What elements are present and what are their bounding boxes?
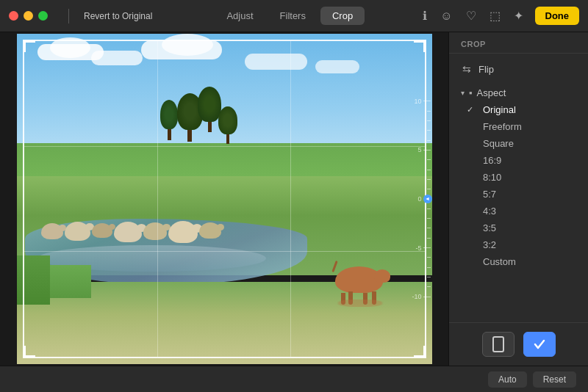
ruler-tick-minor6 — [427, 164, 431, 174]
ruler-tick-neg5: -5 — [415, 243, 430, 253]
aspect-16-9[interactable]: 16:9 — [455, 152, 588, 169]
aspect-3-5[interactable]: 3:5 — [455, 219, 588, 236]
ruler-tick-minor2 — [427, 116, 431, 126]
footer: Auto Reset — [0, 366, 588, 392]
heart-icon: ♡ — [466, 10, 476, 22]
ruler-tick-10: 10 — [414, 96, 430, 106]
info-button[interactable]: ℹ — [421, 7, 429, 24]
maximize-button[interactable] — [38, 11, 48, 21]
ruler-tick-minor3 — [427, 126, 431, 135]
flip-item[interactable]: ⇆ Flip — [449, 59, 588, 79]
ruler-tick-minor14 — [427, 263, 431, 272]
rotation-ruler[interactable]: 10 5 — [409, 96, 431, 302]
close-button[interactable] — [9, 11, 18, 21]
ruler-tick-minor15 — [427, 272, 431, 282]
aspect-original-label: Original — [483, 104, 516, 115]
aspect-section-header[interactable]: ▾ ▪ Aspect — [449, 84, 588, 101]
ruler-tick-0: 0 ◄ — [417, 194, 430, 203]
ruler-tick-minor12 — [427, 233, 431, 243]
aspect-custom-label: Custom — [483, 256, 516, 267]
crop-icon: ⬚ — [490, 10, 501, 22]
flip-section: ⇆ Flip — [449, 54, 588, 84]
check-icon: ✓ — [467, 105, 477, 115]
ruler-tick-minor16 — [427, 282, 431, 291]
cow-group — [41, 173, 257, 245]
cloud-4 — [245, 54, 307, 70]
aspect-section-label: Aspect — [477, 87, 506, 98]
photo-area[interactable]: 10 5 — [0, 32, 448, 366]
aspect-4-3-label: 4:3 — [483, 206, 496, 217]
checkmark-icon — [533, 338, 546, 351]
tab-crop[interactable]: Crop — [320, 7, 365, 25]
titlebar-right: ℹ ☺ ♡ ⬚ ✦ Done — [421, 7, 579, 25]
info-icon: ℹ — [423, 10, 427, 22]
ruler-tick-5: 5 — [417, 145, 430, 155]
ruler-indicator[interactable]: ◄ — [423, 195, 432, 203]
aspect-freeform-label: Freeform — [483, 121, 522, 132]
aspect-original[interactable]: ✓ Original — [455, 101, 588, 118]
photo-container: 10 5 — [17, 34, 432, 364]
ruler-tick-minor7 — [427, 175, 431, 184]
traffic-lights — [9, 11, 48, 21]
emoji-icon: ☺ — [440, 10, 452, 22]
minimize-button[interactable] — [24, 11, 33, 21]
ruler-tick-minor9 — [427, 204, 431, 214]
ruler-tick-neg10: -10 — [412, 292, 430, 302]
aspect-5-7-label: 5:7 — [483, 189, 496, 200]
ruler-tick-minor5 — [427, 155, 431, 164]
auto-button[interactable]: Auto — [488, 371, 527, 388]
ruler-indicator-arrow: ◄ — [425, 196, 430, 201]
aspect-icon: ▪ — [469, 87, 473, 98]
cloud-5 — [315, 60, 359, 73]
cloud-2 — [91, 51, 143, 65]
main-area: 10 5 — [0, 32, 588, 366]
sidebar: CROP ⇆ Flip ▾ ▪ Aspect ✓ Original Freefo… — [448, 32, 588, 366]
svg-rect-0 — [493, 337, 503, 352]
tab-bar: Adjust Filters Crop — [158, 7, 421, 25]
titlebar: Revert to Original Adjust Filters Crop ℹ… — [0, 0, 588, 32]
aspect-square-label: Square — [483, 138, 514, 149]
magic-icon: ✦ — [514, 10, 523, 22]
ruler-tick-minor4 — [427, 135, 431, 145]
revert-button[interactable]: Revert to Original — [78, 8, 158, 24]
ruler-tick-minor8 — [427, 184, 431, 194]
aspect-3-5-label: 3:5 — [483, 222, 496, 233]
aspect-freeform[interactable]: Freeform — [455, 118, 588, 135]
ruler-tick-minor1 — [427, 106, 431, 115]
aspect-8-10-label: 8:10 — [483, 172, 501, 183]
tree-1 — [162, 100, 176, 140]
tree-4 — [220, 106, 236, 143]
aspect-list: ✓ Original Freeform Square 16:9 8:10 — [449, 101, 588, 270]
sidebar-header: CROP — [449, 32, 588, 54]
aspect-4-3[interactable]: 4:3 — [455, 203, 588, 219]
lone-cow — [335, 261, 390, 305]
photo-scene — [17, 34, 432, 364]
aspect-3-2-label: 3:2 — [483, 239, 496, 250]
tree-3 — [199, 87, 220, 131]
aspect-16-9-label: 16:9 — [483, 155, 501, 166]
flip-icon: ⇆ — [461, 63, 473, 75]
aspect-8-10[interactable]: 8:10 — [455, 169, 588, 186]
ruler-tick-minor10 — [427, 214, 431, 223]
grass-left2 — [17, 255, 50, 305]
reset-button[interactable]: Reset — [533, 371, 576, 388]
magic-button[interactable]: ✦ — [512, 7, 525, 24]
flip-label: Flip — [478, 64, 494, 75]
portrait-orientation-button[interactable] — [482, 332, 514, 357]
sidebar-bottom-tools — [449, 322, 588, 366]
chevron-icon: ▾ — [461, 89, 465, 97]
tab-filters[interactable]: Filters — [268, 7, 318, 25]
heart-button[interactable]: ♡ — [465, 7, 478, 24]
portrait-icon — [492, 336, 505, 352]
aspect-square[interactable]: Square — [455, 135, 588, 152]
aspect-custom[interactable]: Custom — [455, 253, 588, 270]
emoji-button[interactable]: ☺ — [439, 8, 453, 24]
tab-adjust[interactable]: Adjust — [215, 7, 265, 25]
confirm-orientation-button[interactable] — [523, 332, 556, 357]
ruler-tick-minor11 — [427, 223, 431, 233]
done-button[interactable]: Done — [535, 7, 580, 25]
ruler-tick-minor13 — [427, 253, 431, 262]
crop-icon-button[interactable]: ⬚ — [488, 7, 502, 24]
aspect-5-7[interactable]: 5:7 — [455, 186, 588, 203]
aspect-3-2[interactable]: 3:2 — [455, 236, 588, 253]
